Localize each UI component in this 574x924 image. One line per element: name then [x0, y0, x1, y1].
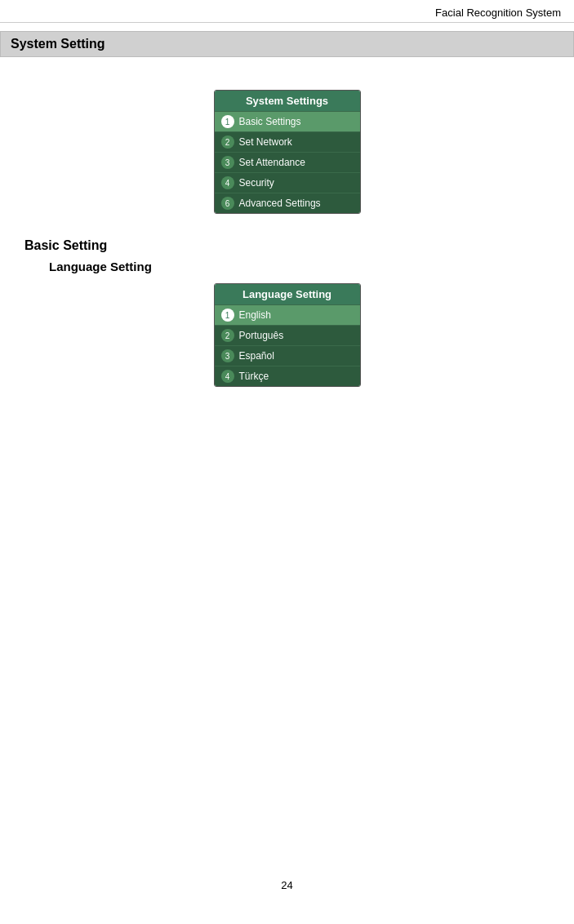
menu-item-label-4: Security	[239, 177, 274, 189]
menu-item-security[interactable]: 4 Security	[215, 172, 360, 193]
lang-item-label-4: Türkçe	[239, 371, 269, 382]
language-menu-screenshot: Language Setting 1 English 2 Português 3…	[24, 283, 550, 387]
menu-item-set-network[interactable]: 2 Set Network	[215, 131, 360, 152]
menu-item-num-1: 1	[221, 115, 234, 128]
menu-item-basic-settings[interactable]: 1 Basic Settings	[215, 111, 360, 131]
lang-item-label-3: Español	[239, 350, 274, 362]
lang-item-turkish[interactable]: 4 Türkçe	[215, 366, 360, 386]
menu-item-label-1: Basic Settings	[239, 116, 301, 127]
menu-item-advanced-settings[interactable]: 6 Advanced Settings	[215, 193, 360, 213]
system-menu-screenshot: System Settings 1 Basic Settings 2 Set N…	[24, 90, 550, 214]
language-menu-title: Language Setting	[215, 284, 360, 304]
menu-item-num-2: 2	[221, 135, 234, 149]
menu-item-num-3: 3	[221, 156, 234, 169]
menu-item-num-4: 4	[221, 176, 234, 189]
lang-item-label-1: English	[239, 309, 271, 321]
page-header: Facial Recognition System	[0, 0, 574, 23]
page-number: 24	[281, 879, 292, 891]
section-title-bar: System Setting	[0, 31, 574, 57]
language-setting-subtitle: Language Setting	[49, 260, 550, 273]
menu-item-label-5: Advanced Settings	[239, 198, 321, 209]
lang-item-num-1: 1	[221, 309, 234, 322]
menu-item-label-2: Set Network	[239, 136, 292, 148]
lang-item-english[interactable]: 1 English	[215, 304, 360, 325]
lang-item-label-2: Português	[239, 330, 284, 341]
header-title: Facial Recognition System	[435, 7, 561, 19]
menu-item-label-3: Set Attendance	[239, 157, 305, 168]
system-menu-box: System Settings 1 Basic Settings 2 Set N…	[214, 90, 361, 214]
section-title: System Setting	[11, 37, 105, 51]
system-menu-title: System Settings	[215, 91, 360, 111]
menu-item-set-attendance[interactable]: 3 Set Attendance	[215, 152, 360, 172]
menu-item-num-6: 6	[221, 197, 234, 210]
lang-item-num-2: 2	[221, 329, 234, 342]
basic-setting-title: Basic Setting	[24, 238, 550, 253]
page-footer: 24	[0, 863, 574, 908]
lang-item-num-4: 4	[221, 370, 234, 383]
lang-item-spanish[interactable]: 3 Español	[215, 345, 360, 366]
lang-item-portuguese[interactable]: 2 Português	[215, 325, 360, 345]
lang-item-num-3: 3	[221, 349, 234, 362]
language-menu-box: Language Setting 1 English 2 Português 3…	[214, 283, 361, 387]
